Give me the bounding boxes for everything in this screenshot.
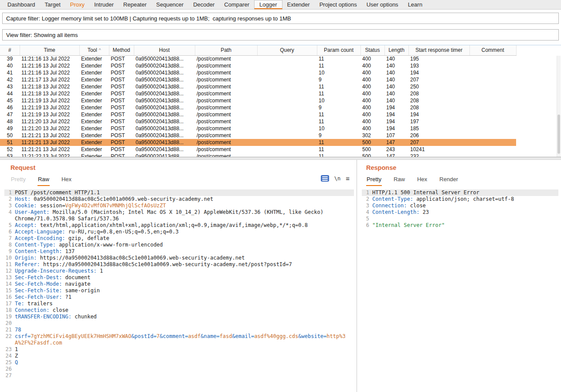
- menu-tab-logger[interactable]: Logger: [254, 0, 282, 9]
- cell-length: 194: [384, 111, 408, 118]
- column-header-method[interactable]: Method: [109, 45, 134, 55]
- cell-status: 400: [360, 69, 384, 76]
- line-content: Cookie: session=VgFWy4D2vMfON7vMNMhjQlSc…: [15, 203, 354, 209]
- tab-raw[interactable]: Raw: [37, 175, 50, 186]
- cell-id: 51: [0, 139, 20, 146]
- cell-method: POST: [109, 97, 134, 104]
- line-content: Accept-Language: ru-RU,ru;q=0.8,en-US;q=…: [15, 229, 354, 235]
- table-row[interactable]: 4911:21:20 13 Jul 2022ExtenderPOST0a9500…: [0, 125, 516, 132]
- response-title: Response: [366, 164, 561, 171]
- cell-comment: [469, 132, 516, 139]
- cell-query: [257, 111, 317, 118]
- response-editor[interactable]: 1HTTP/1.1 500 Internal Server Error2Cont…: [362, 189, 558, 389]
- cell-query: [257, 76, 317, 83]
- menu-tab-sequencer[interactable]: Sequencer: [151, 0, 188, 9]
- column-header-start-response-timer[interactable]: Start response timer: [408, 45, 469, 55]
- table-row[interactable]: 4311:21:18 13 Jul 2022ExtenderPOST0a9500…: [0, 83, 516, 90]
- editor-line: 11Referer: https://0a9500020413d88ac08c5…: [4, 261, 354, 268]
- table-row[interactable]: 4811:21:20 13 Jul 2022ExtenderPOST0a9500…: [0, 118, 516, 125]
- table-row[interactable]: 4411:21:18 13 Jul 2022ExtenderPOST0a9500…: [0, 90, 516, 97]
- column-header-number[interactable]: #: [0, 45, 20, 55]
- cell-time: 11:21:16 13 Jul 2022: [20, 69, 79, 76]
- cell-length: 140: [384, 83, 408, 90]
- table-row[interactable]: 4511:21:19 13 Jul 2022ExtenderPOST0a9500…: [0, 97, 516, 104]
- table-header-row: #TimeTool^MethodHostPathQueryParam count…: [0, 45, 516, 55]
- request-editor[interactable]: 1POST /post/comment HTTP/1.12Host: 0a950…: [4, 189, 354, 389]
- tab-render[interactable]: Render: [439, 175, 459, 186]
- vertical-splitter[interactable]: [357, 160, 360, 392]
- line-number: 3: [362, 203, 372, 209]
- menu-tab-project-options[interactable]: Project options: [315, 0, 362, 9]
- table-row[interactable]: 5011:21:21 13 Jul 2022ExtenderPOST0a9500…: [0, 132, 516, 139]
- table-row[interactable]: 4611:21:19 13 Jul 2022ExtenderPOST0a9500…: [0, 104, 516, 111]
- cell-timer: 193: [408, 62, 469, 69]
- cell-tool: Extender: [79, 118, 109, 125]
- column-header-status[interactable]: Status: [360, 45, 384, 55]
- cell-tool: Extender: [79, 139, 109, 146]
- tab-raw[interactable]: Raw: [393, 175, 405, 186]
- cell-time: 11:21:19 13 Jul 2022: [20, 111, 79, 118]
- column-header-tool[interactable]: Tool^: [79, 45, 109, 55]
- column-header-path[interactable]: Path: [195, 45, 257, 55]
- cell-comment: [469, 118, 516, 125]
- menu-tab-target[interactable]: Target: [40, 0, 65, 9]
- column-header-length[interactable]: Length: [384, 45, 408, 55]
- cell-comment: [469, 146, 516, 153]
- table-row[interactable]: 4711:21:19 13 Jul 2022ExtenderPOST0a9500…: [0, 111, 516, 118]
- line-content: Sec-Fetch-Site: same-origin: [15, 287, 354, 294]
- table-row[interactable]: 4211:21:17 13 Jul 2022ExtenderPOST0a9500…: [0, 76, 516, 83]
- view-filter-bar[interactable]: View filter: Showing all items: [2, 29, 559, 41]
- cell-host: 0a9500020413d88...: [134, 104, 195, 111]
- menu-tab-repeater[interactable]: Repeater: [119, 0, 151, 9]
- column-header-host[interactable]: Host: [134, 45, 195, 55]
- line-content: "Internal Server Error": [372, 222, 558, 229]
- menu-tab-comparer[interactable]: Comparer: [219, 0, 254, 9]
- line-content: Z: [15, 353, 354, 359]
- cell-query: [257, 62, 317, 69]
- cell-query: [257, 104, 317, 111]
- line-number: 5: [4, 222, 15, 229]
- table-row[interactable]: 5111:21:21 13 Jul 2022ExtenderPOST0a9500…: [0, 139, 516, 146]
- menu-tab-decoder[interactable]: Decoder: [188, 0, 219, 9]
- column-header-param-count[interactable]: Param count: [317, 45, 360, 55]
- column-label: Method: [112, 47, 130, 53]
- editor-menu-icon[interactable]: ≡: [346, 175, 350, 182]
- wrap-lines-icon[interactable]: [321, 175, 329, 182]
- menu-tab-learn[interactable]: Learn: [403, 0, 427, 9]
- table-row[interactable]: 5311:21:22 13 Jul 2022ExtenderPOST0a9500…: [0, 153, 516, 157]
- menu-tab-proxy[interactable]: Proxy: [65, 0, 89, 9]
- tab-pretty[interactable]: Pretty: [10, 175, 26, 186]
- line-number: 6: [362, 222, 372, 229]
- menu-tab-user-options[interactable]: User options: [362, 0, 403, 9]
- tab-hex[interactable]: Hex: [61, 175, 72, 186]
- cell-id: 43: [0, 83, 20, 90]
- table-scrollbar[interactable]: [557, 56, 561, 157]
- menu-tab-intruder[interactable]: Intruder: [89, 0, 119, 9]
- cell-path: /post/comment: [195, 118, 257, 125]
- horizontal-splitter[interactable]: [0, 157, 561, 160]
- cell-path: /post/comment: [195, 55, 257, 62]
- column-header-time[interactable]: Time: [20, 45, 79, 55]
- table-scrollbar-thumb[interactable]: [558, 115, 560, 154]
- menu-tab-dashboard[interactable]: Dashboard: [3, 0, 40, 9]
- cell-path: /post/comment: [195, 139, 257, 146]
- tab-hex[interactable]: Hex: [417, 175, 428, 186]
- line-content: Referer: https://0a9500020413d88ac08c5c1…: [15, 261, 354, 268]
- table-row[interactable]: 3911:21:16 13 Jul 2022ExtenderPOST0a9500…: [0, 55, 516, 62]
- column-label: Start response timer: [415, 47, 462, 53]
- cell-length: 140: [384, 97, 408, 104]
- cell-path: /post/comment: [195, 111, 257, 118]
- column-header-comment[interactable]: Comment: [469, 45, 516, 55]
- cell-path: /post/comment: [195, 97, 257, 104]
- table-row[interactable]: 4011:21:16 13 Jul 2022ExtenderPOST0a9500…: [0, 62, 516, 69]
- column-header-query[interactable]: Query: [257, 45, 317, 55]
- menu-tab-extender[interactable]: Extender: [282, 0, 315, 9]
- editor-line: 24Z: [4, 353, 354, 359]
- capture-filter-bar[interactable]: Capture filter: Logger memory limit set …: [2, 13, 559, 24]
- table-row[interactable]: 4111:21:16 13 Jul 2022ExtenderPOST0a9500…: [0, 69, 516, 76]
- column-label: Host: [159, 47, 170, 53]
- tab-pretty[interactable]: Pretty: [366, 175, 382, 186]
- cell-method: POST: [109, 104, 134, 111]
- newline-icon[interactable]: \n: [334, 176, 340, 182]
- table-row[interactable]: 5211:21:21 13 Jul 2022ExtenderPOST0a9500…: [0, 146, 516, 153]
